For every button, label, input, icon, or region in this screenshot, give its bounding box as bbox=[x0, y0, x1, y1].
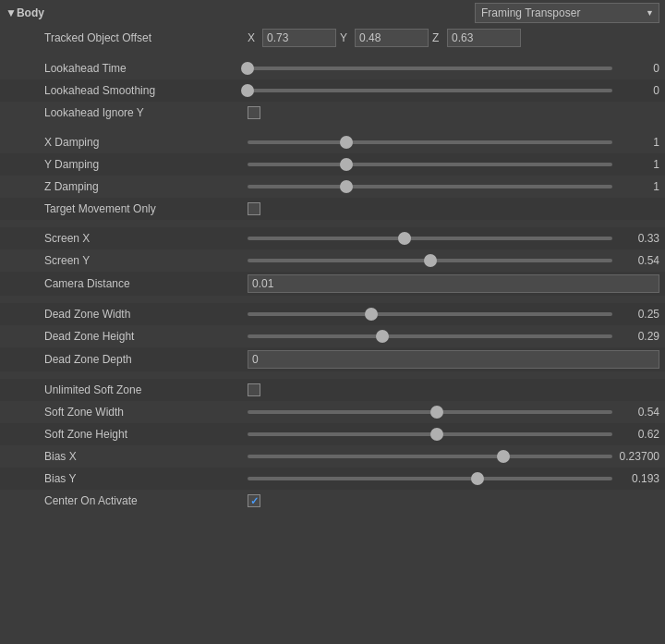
x-damping-row: X Damping 1 bbox=[0, 131, 665, 153]
lookahead-ignore-y-row: Lookahead Ignore Y bbox=[0, 102, 665, 124]
dead-zone-height-value: 0.29 bbox=[618, 330, 659, 343]
spacer-2 bbox=[0, 124, 665, 131]
x-damping-label: X Damping bbox=[44, 136, 248, 149]
y-axis-label: Y bbox=[340, 31, 351, 44]
z-axis-label: Z bbox=[432, 31, 443, 44]
lookahead-time-slider-container: 0 bbox=[248, 62, 659, 75]
unlimited-soft-zone-checkbox[interactable] bbox=[248, 383, 260, 396]
lookahead-time-row: Lookahead Time 0 bbox=[0, 57, 665, 79]
screen-x-thumb[interactable] bbox=[398, 232, 411, 245]
soft-zone-width-thumb[interactable] bbox=[430, 406, 443, 419]
algorithm-dropdown-wrapper[interactable]: Framing Transposer bbox=[475, 3, 659, 23]
y-damping-track[interactable] bbox=[248, 163, 612, 166]
center-on-activate-label: Center On Activate bbox=[44, 494, 248, 507]
y-damping-value: 1 bbox=[618, 158, 659, 171]
dead-zone-width-row: Dead Zone Width 0.25 bbox=[0, 303, 665, 325]
soft-zone-width-slider-container: 0.54 bbox=[248, 406, 659, 419]
dead-zone-height-track[interactable] bbox=[248, 334, 612, 338]
tracked-object-offset-label: Tracked Object Offset bbox=[44, 31, 248, 44]
lookahead-smoothing-row: Lookahead Smoothing 0 bbox=[0, 79, 665, 102]
lookahead-time-value: 0 bbox=[618, 62, 659, 75]
soft-zone-width-value: 0.54 bbox=[618, 406, 659, 419]
tracked-offset-x-input[interactable] bbox=[262, 29, 336, 47]
soft-zone-height-thumb[interactable] bbox=[430, 428, 443, 441]
y-damping-slider-container: 1 bbox=[248, 158, 659, 171]
lookahead-smoothing-value: 0 bbox=[618, 84, 659, 97]
screen-y-slider-container: 0.54 bbox=[248, 254, 659, 267]
dead-zone-width-slider-container: 0.25 bbox=[248, 308, 659, 321]
dead-zone-width-track[interactable] bbox=[248, 312, 612, 316]
bias-y-label: Bias Y bbox=[44, 472, 248, 485]
x-damping-value: 1 bbox=[618, 136, 659, 149]
x-axis-label: X bbox=[248, 31, 259, 44]
camera-distance-input[interactable] bbox=[248, 274, 659, 293]
dead-zone-width-label: Dead Zone Width bbox=[44, 308, 248, 321]
dead-zone-width-value: 0.25 bbox=[618, 308, 659, 321]
soft-zone-height-track[interactable] bbox=[248, 432, 612, 436]
bias-y-track[interactable] bbox=[248, 477, 612, 480]
y-damping-thumb[interactable] bbox=[340, 158, 353, 171]
unlimited-soft-zone-content bbox=[248, 383, 659, 396]
tracked-offset-z-input[interactable] bbox=[447, 29, 521, 47]
bias-x-slider-container: 0.23700 bbox=[248, 450, 659, 463]
screen-x-track[interactable] bbox=[248, 237, 612, 240]
bias-y-value: 0.193 bbox=[618, 472, 659, 485]
dead-zone-height-label: Dead Zone Height bbox=[44, 330, 248, 343]
y-damping-label: Y Damping bbox=[44, 158, 248, 171]
soft-zone-width-track[interactable] bbox=[248, 410, 612, 414]
x-damping-thumb[interactable] bbox=[340, 136, 353, 149]
lookahead-time-track[interactable] bbox=[248, 67, 612, 70]
screen-y-row: Screen Y 0.54 bbox=[0, 249, 665, 272]
lookahead-smoothing-thumb[interactable] bbox=[241, 84, 254, 97]
screen-y-value: 0.54 bbox=[618, 254, 659, 267]
tracked-object-offset-inputs: X Y Z bbox=[248, 29, 659, 47]
screen-y-track[interactable] bbox=[248, 259, 612, 262]
soft-zone-width-label: Soft Zone Width bbox=[44, 406, 248, 419]
camera-distance-label: Camera Distance bbox=[44, 277, 248, 290]
soft-zone-height-value: 0.62 bbox=[618, 428, 659, 441]
camera-distance-row: Camera Distance bbox=[0, 272, 665, 296]
center-on-activate-content bbox=[248, 494, 659, 507]
dead-zone-width-thumb[interactable] bbox=[365, 308, 378, 321]
lookahead-smoothing-track[interactable] bbox=[248, 89, 612, 92]
dead-zone-depth-input[interactable] bbox=[248, 350, 659, 369]
spacer-1 bbox=[0, 50, 665, 57]
bias-y-thumb[interactable] bbox=[471, 472, 484, 485]
z-damping-thumb[interactable] bbox=[340, 180, 353, 193]
tracked-offset-y-input[interactable] bbox=[355, 29, 429, 47]
screen-x-value: 0.33 bbox=[618, 232, 659, 245]
soft-zone-height-slider-container: 0.62 bbox=[248, 428, 659, 441]
target-movement-only-checkbox[interactable] bbox=[248, 202, 260, 215]
center-on-activate-row: Center On Activate bbox=[0, 490, 665, 512]
z-damping-row: Z Damping 1 bbox=[0, 176, 665, 198]
camera-distance-content bbox=[248, 274, 659, 293]
soft-zone-height-label: Soft Zone Height bbox=[44, 428, 248, 441]
z-damping-label: Z Damping bbox=[44, 180, 248, 193]
section-header: ▼ Body Framing Transposer bbox=[0, 0, 665, 26]
screen-x-row: Screen X 0.33 bbox=[0, 227, 665, 249]
x-damping-slider-container: 1 bbox=[248, 136, 659, 149]
spacer-5 bbox=[0, 371, 665, 379]
collapse-arrow[interactable]: ▼ bbox=[6, 6, 17, 19]
algorithm-dropdown[interactable]: Framing Transposer bbox=[475, 3, 659, 23]
target-movement-only-content bbox=[248, 202, 659, 215]
bias-x-track[interactable] bbox=[248, 455, 612, 458]
lookahead-ignore-y-checkbox[interactable] bbox=[248, 106, 260, 119]
spacer-4 bbox=[0, 296, 665, 303]
x-damping-track[interactable] bbox=[248, 140, 612, 144]
screen-y-thumb[interactable] bbox=[424, 254, 437, 267]
lookahead-smoothing-label: Lookahead Smoothing bbox=[44, 84, 248, 97]
dead-zone-height-slider-container: 0.29 bbox=[248, 330, 659, 343]
unlimited-soft-zone-row: Unlimited Soft Zone bbox=[0, 379, 665, 401]
unlimited-soft-zone-label: Unlimited Soft Zone bbox=[44, 383, 248, 396]
target-movement-only-row: Target Movement Only bbox=[0, 198, 665, 220]
screen-x-slider-container: 0.33 bbox=[248, 232, 659, 245]
z-damping-track[interactable] bbox=[248, 185, 612, 188]
dead-zone-height-thumb[interactable] bbox=[376, 330, 389, 343]
bias-x-thumb[interactable] bbox=[497, 450, 510, 463]
lookahead-time-thumb[interactable] bbox=[241, 62, 254, 75]
lookahead-ignore-y-content bbox=[248, 106, 659, 119]
center-on-activate-checkbox[interactable] bbox=[248, 494, 260, 507]
dead-zone-depth-row: Dead Zone Depth bbox=[0, 347, 665, 371]
lookahead-time-label: Lookahead Time bbox=[44, 62, 248, 75]
